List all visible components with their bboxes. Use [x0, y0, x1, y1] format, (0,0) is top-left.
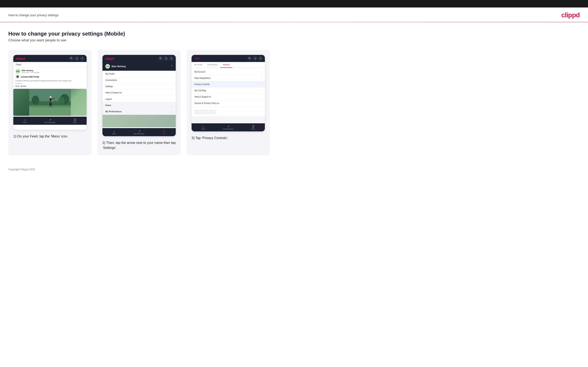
menu-item-help[interactable]: Help & Support ⧉: [103, 90, 176, 96]
settings-item-myaccount[interactable]: My Account ›: [191, 69, 265, 75]
menu-section-performance[interactable]: My Performance ⌄: [103, 108, 176, 115]
logo: clippd: [561, 11, 580, 19]
post-user-sub: Yesterday · Sunningdale: [22, 72, 40, 73]
menu-section-home-label: Home: [105, 104, 111, 107]
nav-performance-3[interactable]: ↗ My Performance: [223, 125, 233, 130]
nav-home-1[interactable]: ⌂ Home: [23, 118, 27, 123]
close-icon: ✕: [163, 130, 165, 133]
search-icon-3[interactable]: 🔍: [248, 57, 251, 60]
settings-item-myaccount-label: My Account: [194, 71, 205, 73]
home-icon-2: ⌂: [113, 130, 115, 133]
menu-section-home[interactable]: Home ⌄: [103, 102, 176, 108]
nav-menu-3[interactable]: ☰ Menu: [251, 125, 255, 130]
bg-feed-blur: [103, 115, 176, 127]
svg-point-6: [58, 97, 65, 105]
lesson-desc: Looking to feel like my hands are exitin…: [15, 80, 85, 82]
user-icon-2[interactable]: 👤: [164, 57, 168, 60]
settings-spacer: [191, 116, 265, 123]
settings-icon-3[interactable]: ⚙: [259, 57, 262, 60]
post-user-row: BM Blair McHarg Yesterday · Sunningdale: [15, 69, 85, 74]
nav-menu-label-3: Menu: [251, 128, 255, 130]
nav-menu-2[interactable]: ✕ Menu: [162, 130, 166, 134]
settings-icon[interactable]: ⚙: [80, 57, 84, 60]
chevron-up-icon: ⌃: [171, 65, 173, 68]
menu-item-logout-label: Logout: [105, 98, 112, 100]
tab-connections[interactable]: Connections: [205, 62, 220, 68]
version-line1: Clippd Client Version: 2022.8.3-3: [194, 109, 262, 112]
card-1-caption: 1) On your Feed, tap the ‘Menu’ icon.: [13, 134, 86, 139]
tab-settings[interactable]: Settings: [220, 62, 232, 68]
version-info: Clippd Client Version: 2022.8.3-3 GQL Se…: [191, 108, 265, 116]
lesson-icon: 🅾: [15, 75, 20, 79]
nav-menu-1[interactable]: ☰ Menu: [73, 118, 77, 123]
duration-label: Duration: [15, 83, 85, 84]
settings-item-serviceprivacy[interactable]: Service & Privacy Policy ⧉: [191, 100, 265, 107]
main-content: How to change your privacy settings (Mob…: [0, 22, 588, 162]
duration-time: 01 hr : 30 min: [15, 85, 85, 87]
settings-icon-2[interactable]: ⚙: [170, 57, 173, 60]
version-line2: GQL Server Version: 2022.7.30-1: [194, 112, 262, 114]
settings-item-dataintegrations-label: Data Integrations: [194, 77, 210, 79]
menu-item-connections[interactable]: Connections: [103, 77, 176, 83]
svg-point-7: [50, 96, 52, 98]
copyright-text: Copyright Clippd 2022: [8, 168, 35, 171]
phone-mockup-1: clippd 🔍 👤 ⚙ Feed BM Blair McHarg: [13, 55, 86, 130]
top-bar: [0, 0, 588, 8]
card-2: clippd 🔍 👤 ⚙ BM Blair McHarg ⌃: [97, 50, 181, 155]
cards-row: clippd 🔍 👤 ⚙ Feed BM Blair McHarg: [8, 50, 580, 155]
header-title: How to change your privacy settings: [8, 13, 59, 17]
nav-performance-label-1: My Performance: [45, 122, 55, 123]
phone-bottom-nav-3: ⌂ Home ↗ My Performance ☰ Menu: [191, 123, 265, 131]
user-icon[interactable]: 👤: [75, 57, 79, 60]
menu-user-row[interactable]: BM Blair McHarg ⌃: [103, 62, 176, 71]
footer: Copyright Clippd 2022: [0, 162, 588, 175]
search-icon-2[interactable]: 🔍: [159, 57, 162, 60]
phone-bottom-nav-2: ⌂ Home ↗ My Performance ✕ Menu: [103, 128, 176, 136]
chevron-down-icon: ⌄: [171, 104, 173, 107]
nav-performance-1[interactable]: ↗ My Performance: [45, 118, 55, 123]
menu-icon: ☰: [74, 118, 76, 121]
menu-item-myprofile-label: My Profile: [105, 73, 114, 75]
nav-menu-label-1: Menu: [73, 122, 77, 123]
svg-rect-2: [29, 108, 71, 116]
back-button[interactable]: ‹ Back: [194, 57, 200, 60]
svg-rect-15: [50, 103, 52, 105]
nav-home-3[interactable]: ⌂ Home: [201, 125, 205, 130]
phone-logo-1: clippd: [16, 57, 25, 60]
search-icon[interactable]: 🔍: [69, 57, 73, 60]
menu-list: My Profile Connections Settings Help & S…: [103, 71, 176, 115]
performance-icon-2: ↗: [138, 130, 140, 133]
phone-nav-bar-1: clippd 🔍 👤 ⚙: [13, 55, 86, 62]
feed-tab[interactable]: Feed: [13, 62, 86, 67]
nav-home-2[interactable]: ⌂ Home: [112, 130, 116, 134]
phone-bottom-nav-1: ⌂ Home ↗ My Performance ☰ Menu: [13, 117, 86, 125]
golf-svg: [13, 89, 86, 116]
header-divider: [0, 22, 588, 22]
chevron-right-mygolfbag: ›: [261, 89, 262, 92]
card-3-caption: 3) Tap ‘Privacy Controls’.: [191, 136, 265, 141]
nav-performance-2[interactable]: ↗ My Performance: [134, 130, 145, 134]
phone-icons-3: 🔍 👤 ⚙: [248, 57, 262, 60]
avatar: BM: [15, 69, 20, 74]
menu-item-logout[interactable]: Logout: [103, 96, 176, 102]
menu-section-performance-label: My Performance: [105, 110, 121, 113]
menu-item-settings[interactable]: Settings: [103, 83, 176, 90]
post-user-name: Blair McHarg: [22, 69, 40, 72]
settings-item-dataintegrations[interactable]: Data Integrations ›: [191, 75, 265, 81]
user-icon-3[interactable]: 👤: [253, 57, 257, 60]
chevron-right-myaccount: ›: [261, 71, 262, 73]
chevron-right-dataintegrations: ›: [261, 77, 262, 79]
card-3: ‹ Back 🔍 👤 ⚙ My Profile Connections Sett…: [187, 50, 270, 155]
settings-item-helpsupport[interactable]: Help & Support ⧉: [191, 94, 265, 100]
phone-mockup-2: clippd 🔍 👤 ⚙ BM Blair McHarg ⌃: [103, 55, 176, 136]
settings-item-privacycontrols[interactable]: Privacy Controls ›: [191, 81, 265, 88]
menu-item-myprofile[interactable]: My Profile: [103, 71, 176, 77]
settings-item-mygolfbag[interactable]: My Golf Bag ›: [191, 88, 265, 94]
settings-item-helpsupport-label: Help & Support ⧉: [194, 96, 211, 98]
menu-avatar: BM: [105, 64, 110, 69]
phone-icons-1: 🔍 👤 ⚙: [69, 57, 84, 60]
menu-user-name: Blair McHarg: [112, 65, 126, 67]
settings-tabs: My Profile Connections Settings: [191, 62, 265, 68]
tab-myprofile[interactable]: My Profile: [191, 62, 205, 68]
menu-icon-3: ☰: [252, 125, 255, 128]
